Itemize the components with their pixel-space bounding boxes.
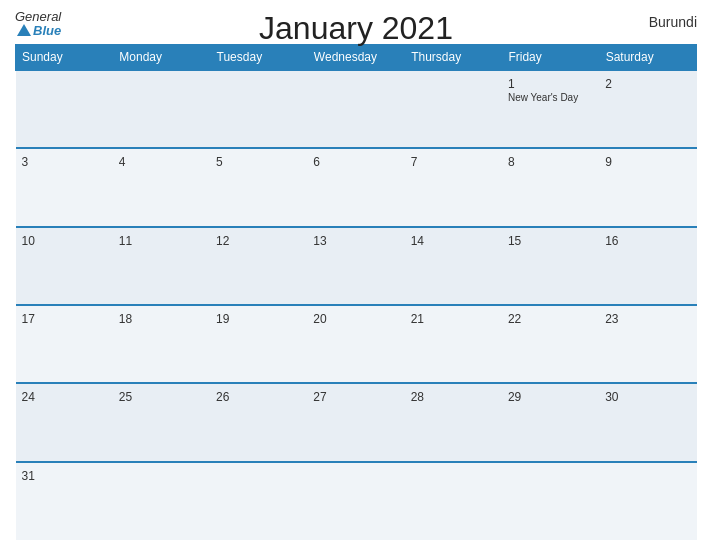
table-row: 11 — [113, 227, 210, 305]
table-row — [210, 70, 307, 148]
day-number: 8 — [508, 155, 593, 169]
header-sunday: Sunday — [16, 45, 113, 71]
day-number: 13 — [313, 234, 398, 248]
day-number: 22 — [508, 312, 593, 326]
table-row: 26 — [210, 383, 307, 461]
table-row — [16, 70, 113, 148]
calendar-week-row: 17181920212223 — [16, 305, 697, 383]
calendar-week-row: 1New Year's Day2 — [16, 70, 697, 148]
table-row: 14 — [405, 227, 502, 305]
logo-blue-container: Blue — [15, 23, 61, 38]
day-number: 4 — [119, 155, 204, 169]
table-row: 19 — [210, 305, 307, 383]
header-monday: Monday — [113, 45, 210, 71]
table-row: 4 — [113, 148, 210, 226]
day-number: 28 — [411, 390, 496, 404]
table-row: 7 — [405, 148, 502, 226]
calendar-header: General Blue January 2021 Burundi — [15, 10, 697, 38]
table-row: 27 — [307, 383, 404, 461]
day-number: 16 — [605, 234, 690, 248]
table-row: 20 — [307, 305, 404, 383]
day-event: New Year's Day — [508, 92, 593, 103]
day-number: 1 — [508, 77, 593, 91]
calendar-container: General Blue January 2021 Burundi Sunday… — [0, 0, 712, 550]
day-number: 21 — [411, 312, 496, 326]
day-number: 12 — [216, 234, 301, 248]
day-number: 23 — [605, 312, 690, 326]
day-number: 14 — [411, 234, 496, 248]
table-row — [210, 462, 307, 540]
table-row: 16 — [599, 227, 696, 305]
table-row — [113, 462, 210, 540]
table-row — [307, 70, 404, 148]
table-row: 8 — [502, 148, 599, 226]
day-number: 29 — [508, 390, 593, 404]
table-row: 1New Year's Day — [502, 70, 599, 148]
day-number: 7 — [411, 155, 496, 169]
day-number: 24 — [22, 390, 107, 404]
day-number: 20 — [313, 312, 398, 326]
table-row — [405, 462, 502, 540]
table-row: 6 — [307, 148, 404, 226]
table-row: 17 — [16, 305, 113, 383]
day-number: 11 — [119, 234, 204, 248]
day-number: 2 — [605, 77, 690, 91]
table-row: 15 — [502, 227, 599, 305]
table-row: 31 — [16, 462, 113, 540]
table-row: 28 — [405, 383, 502, 461]
day-number: 25 — [119, 390, 204, 404]
day-number: 17 — [22, 312, 107, 326]
table-row: 30 — [599, 383, 696, 461]
table-row: 24 — [16, 383, 113, 461]
table-row: 18 — [113, 305, 210, 383]
table-row: 3 — [16, 148, 113, 226]
table-row: 21 — [405, 305, 502, 383]
table-row: 2 — [599, 70, 696, 148]
day-number: 10 — [22, 234, 107, 248]
table-row: 22 — [502, 305, 599, 383]
table-row: 9 — [599, 148, 696, 226]
day-number: 27 — [313, 390, 398, 404]
day-number: 26 — [216, 390, 301, 404]
calendar-week-row: 24252627282930 — [16, 383, 697, 461]
calendar-week-row: 10111213141516 — [16, 227, 697, 305]
weekday-header-row: Sunday Monday Tuesday Wednesday Thursday… — [16, 45, 697, 71]
table-row — [113, 70, 210, 148]
table-row: 13 — [307, 227, 404, 305]
country-label: Burundi — [649, 14, 697, 30]
day-number: 5 — [216, 155, 301, 169]
table-row: 12 — [210, 227, 307, 305]
header-tuesday: Tuesday — [210, 45, 307, 71]
day-number: 9 — [605, 155, 690, 169]
calendar-week-row: 3456789 — [16, 148, 697, 226]
day-number: 19 — [216, 312, 301, 326]
table-row — [599, 462, 696, 540]
table-row: 5 — [210, 148, 307, 226]
logo-general-text: General — [15, 10, 61, 23]
table-row — [307, 462, 404, 540]
month-title: January 2021 — [259, 10, 453, 47]
calendar-week-row: 31 — [16, 462, 697, 540]
table-row: 23 — [599, 305, 696, 383]
header-friday: Friday — [502, 45, 599, 71]
logo-triangle-icon — [17, 24, 31, 36]
table-row — [502, 462, 599, 540]
day-number: 6 — [313, 155, 398, 169]
table-row: 25 — [113, 383, 210, 461]
table-row: 29 — [502, 383, 599, 461]
header-wednesday: Wednesday — [307, 45, 404, 71]
table-row — [405, 70, 502, 148]
day-number: 18 — [119, 312, 204, 326]
logo-blue-text: Blue — [33, 23, 61, 38]
calendar-table: Sunday Monday Tuesday Wednesday Thursday… — [15, 44, 697, 540]
header-saturday: Saturday — [599, 45, 696, 71]
day-number: 3 — [22, 155, 107, 169]
table-row: 10 — [16, 227, 113, 305]
logo: General Blue — [15, 10, 61, 38]
header-thursday: Thursday — [405, 45, 502, 71]
day-number: 30 — [605, 390, 690, 404]
day-number: 31 — [22, 469, 107, 483]
day-number: 15 — [508, 234, 593, 248]
